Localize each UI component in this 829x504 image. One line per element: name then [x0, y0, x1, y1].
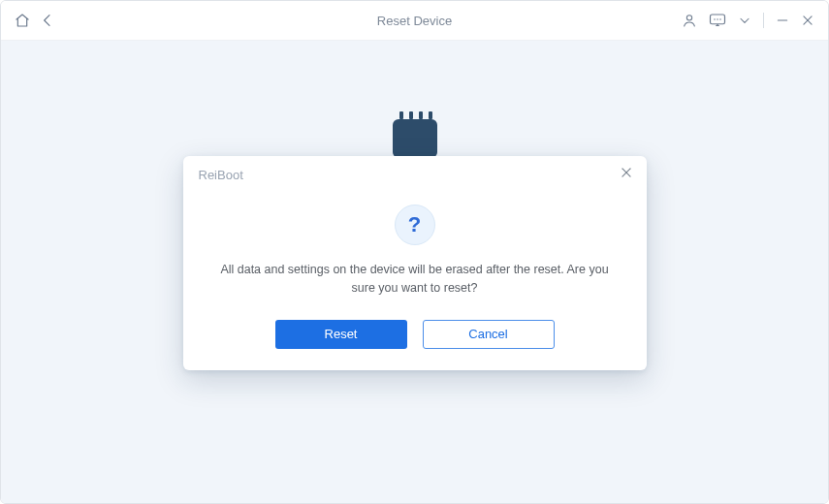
dialog-body: ? All data and settings on the device wi… [183, 191, 647, 349]
feedback-icon[interactable] [709, 13, 726, 28]
dialog-header: ReiBoot [183, 156, 647, 191]
question-icon: ? [395, 205, 435, 245]
dialog-message: All data and settings on the device will… [214, 261, 616, 299]
reset-button[interactable]: Reset [275, 320, 407, 349]
confirm-reset-dialog: ReiBoot ? All data and settings on the d… [183, 156, 647, 370]
svg-point-3 [717, 18, 718, 20]
dialog-actions: Reset Cancel [275, 320, 555, 349]
svg-point-4 [719, 18, 721, 20]
user-icon[interactable] [682, 13, 697, 28]
back-arrow-icon[interactable] [40, 13, 55, 28]
chevron-down-icon[interactable] [738, 14, 751, 27]
svg-point-2 [714, 18, 716, 20]
svg-point-0 [686, 16, 691, 20]
app-window: Reset Device [0, 0, 829, 504]
cancel-button[interactable]: Cancel [423, 320, 555, 349]
dialog-title: ReiBoot [199, 168, 243, 182]
close-icon[interactable] [620, 166, 633, 183]
close-window-icon[interactable] [801, 14, 814, 27]
device-chip-graphic [386, 116, 444, 161]
titlebar-left-controls [15, 13, 55, 28]
question-mark-glyph: ? [408, 212, 421, 237]
titlebar: Reset Device [1, 1, 828, 40]
titlebar-divider [763, 13, 764, 28]
titlebar-right-controls [682, 13, 814, 28]
minimize-icon[interactable] [776, 14, 789, 27]
page-title: Reset Device [377, 14, 452, 28]
home-icon[interactable] [15, 13, 30, 28]
